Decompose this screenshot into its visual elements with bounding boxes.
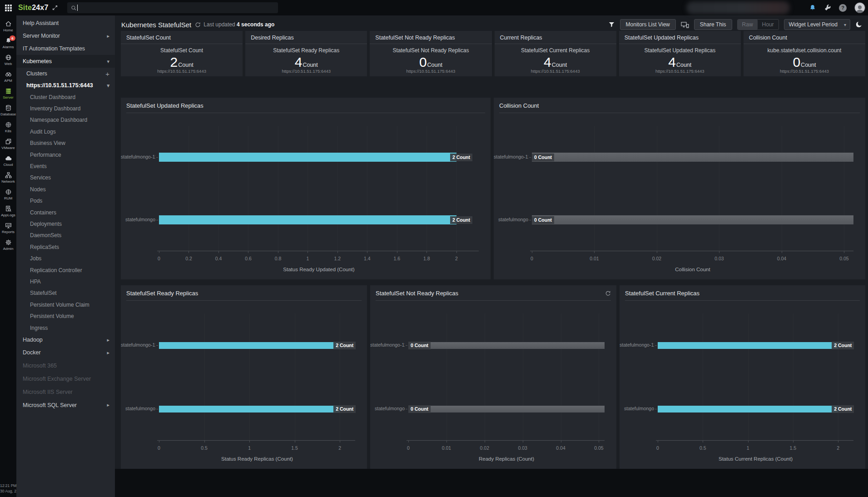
sidebar-item-it-automation-templates[interactable]: IT Automation Templates xyxy=(16,42,115,55)
site24x7-logo[interactable]: Site24x7 xyxy=(18,4,49,12)
sidebar-item-replicasets[interactable]: ReplicaSets xyxy=(16,241,115,253)
sidebar-item-statefulset[interactable]: StatefulSet xyxy=(16,288,115,299)
global-search[interactable] xyxy=(67,2,278,13)
hour-toggle-option[interactable]: Hour xyxy=(758,20,779,30)
x-axis-title: Status Ready Updated (Count) xyxy=(159,267,479,272)
rail-item-web[interactable]: Web xyxy=(0,52,16,69)
search-input[interactable] xyxy=(80,5,274,11)
sidebar-item-ingress[interactable]: Ingress xyxy=(16,322,115,333)
share-this-button[interactable]: Share This xyxy=(694,19,732,30)
axis-tick-label: 1.5 xyxy=(291,445,298,451)
metric-card-desired-replicas[interactable]: Desired ReplicasStatefulSet Ready Replic… xyxy=(245,31,367,76)
sidebar-item-daemonsets[interactable]: DaemonSets xyxy=(16,230,115,241)
sidebar-item-cluster-dashboard[interactable]: Cluster Dashboard xyxy=(16,91,115,103)
bar-statefulmongo[interactable] xyxy=(159,215,456,224)
rail-item-apm[interactable]: APM xyxy=(0,69,16,85)
fullscreen-icon[interactable] xyxy=(52,5,58,10)
add-cluster-icon[interactable]: + xyxy=(105,70,109,78)
sidebar-item-services[interactable]: Services xyxy=(16,172,115,184)
sidebar-item-server-monitor[interactable]: Server Monitor▸ xyxy=(16,30,115,42)
rail-item-applogs[interactable]: AppLogs xyxy=(0,203,16,220)
sidebar-item-inventory-dashboard[interactable]: Inventory Dashboard xyxy=(16,103,115,114)
help-icon[interactable]: ? xyxy=(839,4,847,12)
app-launcher-icon[interactable] xyxy=(0,4,16,12)
gridline xyxy=(456,126,457,251)
monitors-list-view-button[interactable]: Monitors List View xyxy=(620,19,676,30)
sidebar-item-docker[interactable]: Docker▸ xyxy=(16,346,115,359)
sidebar-item-persistent-volume[interactable]: Persistent Volume xyxy=(16,310,115,322)
rail-item-database[interactable]: SQL Database xyxy=(0,102,16,119)
clock-datetime: 12:21 PM 30 Aug, 23 xyxy=(0,483,16,495)
rail-item-cloud[interactable]: Cloud xyxy=(0,153,16,169)
sidebar-item-namespace-dashboard[interactable]: Namespace Dashboard xyxy=(16,114,115,126)
card-monitor-url: https://10.51.51.175:6443 xyxy=(744,69,865,74)
bar-statefulmongo-11[interactable] xyxy=(658,342,838,349)
search-icon xyxy=(71,5,76,11)
sidebar-item-deployments[interactable]: Deployments xyxy=(16,218,115,229)
sidebar-item-microsoft-iis-server[interactable]: Microsoft IIS Server xyxy=(16,385,115,398)
widget-level-period-dropdown[interactable]: Widget Level Period ▾ xyxy=(784,19,850,30)
sidebar-item-audit-logs[interactable]: Audit Logs xyxy=(16,126,115,137)
bar-statefulmongo-11[interactable] xyxy=(408,342,605,349)
sidebar-item-microsoft-exchange-server[interactable]: Microsoft Exchange Server xyxy=(16,372,115,385)
sidebar-item-containers[interactable]: Containers xyxy=(16,207,115,218)
sidebar-item-hpa[interactable]: HPA xyxy=(16,276,115,287)
bar-statefulmongo-11[interactable] xyxy=(159,342,340,349)
rail-item-network[interactable]: Network xyxy=(0,169,16,186)
refresh-icon[interactable] xyxy=(195,22,201,28)
sidebar-item-pods[interactable]: Pods xyxy=(16,195,115,207)
bar-statefulmongo[interactable] xyxy=(159,406,340,413)
rail-item-home[interactable]: Home xyxy=(0,18,16,35)
metric-card-current-replicas[interactable]: Current ReplicasStatefulSet Current Repl… xyxy=(495,31,616,76)
rail-item-reports[interactable]: Reports xyxy=(0,220,16,237)
rail-item-k8s[interactable]: K8s xyxy=(0,119,16,136)
sidebar-item-microsoft-365[interactable]: Microsoft 365 xyxy=(16,359,115,372)
rail-item-server[interactable]: Server xyxy=(0,85,16,102)
metric-card-statefulset-updated-replicas[interactable]: StatefulSet Updated ReplicasStatefulSet … xyxy=(619,31,741,76)
sidebar-item-nodes[interactable]: Nodes xyxy=(16,184,115,195)
metric-card-collision-count[interactable]: Collision Countkube.statefulset.collisio… xyxy=(744,31,865,76)
bar-statefulmongo[interactable] xyxy=(532,215,853,224)
panel-refresh-icon[interactable] xyxy=(605,290,611,296)
sidebar-item-business-view[interactable]: Business View xyxy=(16,138,115,149)
rail-item-admin[interactable]: Admin xyxy=(0,237,16,253)
sidebar-item-kubernetes[interactable]: Kubernetes▾ xyxy=(16,55,115,68)
sidebar-item-jobs[interactable]: Jobs xyxy=(16,253,115,264)
axis-tick xyxy=(657,251,657,253)
sidebar-item-replication-controller[interactable]: Replication Controller xyxy=(16,264,115,276)
bar-statefulmongo-11[interactable] xyxy=(159,153,456,162)
sidebar-item-persistent-volume-claim[interactable]: Persistent Volume Claim xyxy=(16,299,115,310)
card-title: StatefulSet Count xyxy=(121,31,243,44)
dark-mode-moon-icon[interactable] xyxy=(855,21,863,28)
bar-statefulmongo-11[interactable] xyxy=(532,153,853,162)
bar-value-label: 2 Count xyxy=(832,342,854,349)
card-metric-label: StatefulSet Ready Replicas xyxy=(245,47,367,54)
panel-header: StatefulSet Current Replicas xyxy=(625,285,860,301)
axis-tick xyxy=(367,251,367,253)
sidebar-item-events[interactable]: Events xyxy=(16,160,115,172)
tools-wrench-icon[interactable] xyxy=(824,4,831,11)
sidebar-item-clusters[interactable]: Clusters+ xyxy=(16,68,115,80)
sidebar-item-microsoft-sql-server[interactable]: Microsoft SQL Server▸ xyxy=(16,398,115,412)
gridline xyxy=(561,313,561,441)
metric-card-statefulset-not-ready-replicas[interactable]: StatefulSet Not Ready ReplicasStatefulSe… xyxy=(370,31,491,76)
bar-statefulmongo[interactable] xyxy=(658,406,838,413)
devices-icon[interactable] xyxy=(681,21,689,28)
filter-funnel-icon[interactable] xyxy=(608,21,615,28)
sidebar-item-https-10-51-51-175-6443[interactable]: https://10.51.51.175:6443▾ xyxy=(16,80,115,91)
rail-item-alarms[interactable]: 6 Alarms xyxy=(0,35,16,52)
user-avatar[interactable] xyxy=(854,2,865,13)
sidebar-item-performance[interactable]: Performance xyxy=(16,149,115,160)
bar-statefulmongo[interactable] xyxy=(408,406,605,413)
rail-item-rum[interactable]: RUM xyxy=(0,186,16,203)
metric-cards-row: StatefulSet CountStatefulSet Count2Count… xyxy=(121,31,865,76)
rail-item-vmware[interactable]: VMware xyxy=(0,136,16,153)
raw-toggle-option[interactable]: Raw xyxy=(738,20,758,30)
gridline xyxy=(249,313,250,441)
sidebar-item-hadoop[interactable]: Hadoop▸ xyxy=(16,333,115,346)
panel-title: StatefulSet Updated Replicas xyxy=(126,102,203,109)
axis-tick-label: 0.4 xyxy=(215,256,222,261)
notification-bell-icon[interactable] xyxy=(809,4,816,11)
metric-card-statefulset-count[interactable]: StatefulSet CountStatefulSet Count2Count… xyxy=(121,31,243,76)
sidebar-item-help-assistant[interactable]: Help Assistant xyxy=(16,17,115,30)
